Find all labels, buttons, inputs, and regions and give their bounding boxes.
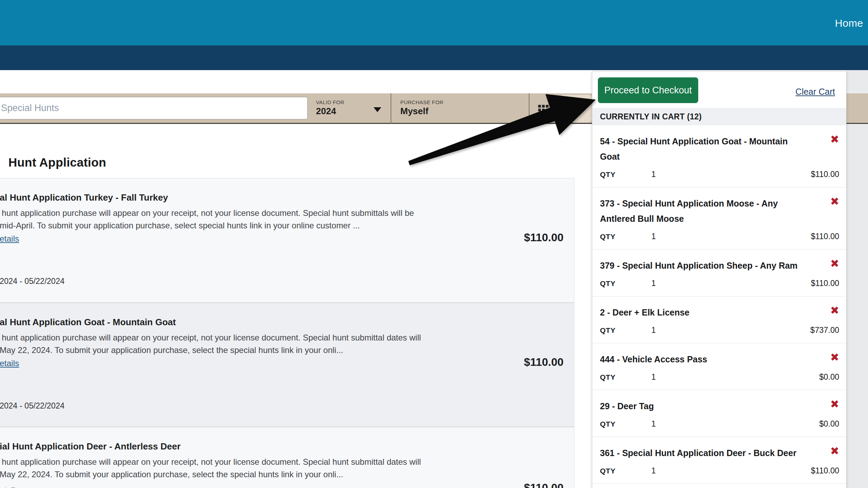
cart-item: 29 - Deer Tag ✖ QTY 1 $0.00 [592,390,846,437]
cart-item-qty-row: QTY 1 $737.00 [600,326,839,336]
cart-count-header: CURRENTLY IN CART (12) [592,108,846,125]
proceed-to-checkout-button[interactable]: Proceed to Checkout [598,77,698,103]
valid-for-value[interactable]: 2024 [316,106,336,117]
qty-label: QTY [600,420,620,428]
nav-home-link[interactable]: Home [835,17,863,29]
cart-item-name: 444 - Vehicle Access Pass [600,352,839,367]
remove-item-icon[interactable]: ✖ [830,445,839,457]
page-title: Hunt Application [8,155,106,169]
cart-item-name: 29 - Deer Tag [600,398,839,414]
cart-item-name: 373 - Special Hunt Application Moose - A… [600,196,839,226]
cart-item-price: $110.00 [811,279,839,288]
product-description-line2: May 22, 2024. To submit your application… [0,345,343,355]
product-price: $110.00 [524,356,564,369]
qty-label: QTY [600,373,620,381]
grid-view-icon[interactable] [538,105,551,116]
product-title: al Hunt Application Goat - Mountain Goat [0,317,176,328]
search-input[interactable] [0,97,308,119]
cart-panel: Proceed to Checkout Clear Cart CURRENTLY… [592,71,846,488]
view-details-link[interactable]: etails [0,359,19,368]
page-background-strip [846,70,868,488]
remove-item-icon[interactable]: ✖ [830,305,839,317]
remove-item-icon[interactable]: ✖ [830,398,839,410]
qty-label: QTY [600,326,620,335]
product-description-line2: May 22, 2024. To submit your application… [0,470,343,479]
product-card-deer: ial Hunt Application Deer - Antlerless D… [0,427,574,488]
cart-item: 444 - Vehicle Access Pass ✖ QTY 1 $0.00 [592,343,846,390]
qty-value: 1 [651,279,656,288]
cart-item-qty-row: QTY 1 $0.00 [600,419,839,430]
purchase-for-value[interactable]: Myself [400,106,428,117]
qty-value: 1 [651,419,656,429]
cart-item-name: 379 - Special Hunt Application Sheep - A… [600,258,839,273]
cart-item-qty-row: QTY 1 $110.00 [600,466,839,477]
cart-item-price: $0.00 [819,372,839,382]
top-header-bar: Home [0,0,868,45]
cart-item: 54 - Special Hunt Application Goat - Mou… [592,125,846,187]
secondary-nav-bar [0,45,868,70]
cart-item-price: $737.00 [810,326,839,335]
remove-item-icon[interactable]: ✖ [830,196,839,208]
toolbar-highlight-panel [560,95,592,123]
remove-item-icon[interactable]: ✖ [830,134,839,145]
qty-value: 1 [651,326,656,335]
product-card-turkey: al Hunt Application Turkey - Fall Turkey… [0,178,574,303]
qty-value: 1 [651,170,656,179]
cart-item-qty-row: QTY 1 $110.00 [600,279,839,289]
cart-item-price: $110.00 [811,170,839,179]
view-details-link[interactable]: etails [0,234,19,244]
product-description-line1: hunt application purchase will appear on… [2,457,421,467]
cart-item-name: 361 - Special Hunt Application Deer - Bu… [600,445,839,461]
cart-item: 379 - Special Hunt Application Sheep - A… [592,250,846,296]
qty-label: QTY [600,170,620,179]
cart-item-qty-row: QTY 1 $110.00 [600,170,839,180]
purchase-for-label: PURCHASE FOR [400,99,443,105]
qty-label: QTY [600,233,620,241]
product-price: $110.00 [524,481,564,488]
cart-item-qty-row: QTY 1 $0.00 [600,372,839,383]
cart-item-name: 54 - Special Hunt Application Goat - Mou… [600,134,839,164]
cart-header-row: Proceed to Checkout Clear Cart [592,71,846,108]
qty-label: QTY [600,279,620,288]
qty-value: 1 [651,372,656,382]
qty-label: QTY [600,467,620,475]
cart-item-qty-row: QTY 1 $110.00 [600,232,839,242]
product-dates: 2024 - 05/22/2024 [0,401,65,411]
cart-item: 361 - Special Hunt Application Deer - Bu… [592,437,846,484]
product-description-line2: mid-April. To submit your application pu… [0,221,360,230]
remove-item-icon[interactable]: ✖ [830,352,839,363]
toolbar-divider [529,93,529,124]
product-title: al Hunt Application Turkey - Fall Turkey [0,192,168,203]
cart-item: 373 - Special Hunt Application Moose - A… [592,187,846,250]
product-description-line1: hunt application purchase will appear on… [2,208,414,218]
view-details-link[interactable]: etails [0,486,19,488]
toolbar-divider [391,93,391,124]
qty-value: 1 [651,232,656,241]
product-title: ial Hunt Application Deer - Antlerless D… [0,441,181,452]
cart-item-price: $110.00 [811,232,839,241]
cart-item: 2 - Deer + Elk License ✖ QTY 1 $737.00 [592,296,846,343]
product-dates: 2024 - 05/22/2024 [0,277,65,286]
cart-item-name: 2 - Deer + Elk License [600,305,839,320]
cart-item-price: $0.00 [819,419,839,429]
cart-item-price: $110.00 [811,466,839,476]
product-card-goat: al Hunt Application Goat - Mountain Goat… [0,303,574,427]
chevron-down-icon[interactable] [374,107,381,112]
remove-item-icon[interactable]: ✖ [830,258,839,270]
valid-for-label: VALID FOR [316,99,344,105]
product-price: $110.00 [524,231,564,244]
clear-cart-link[interactable]: Clear Cart [795,87,835,97]
qty-value: 1 [651,466,656,476]
product-description-line1: hunt application purchase will appear on… [2,333,421,343]
